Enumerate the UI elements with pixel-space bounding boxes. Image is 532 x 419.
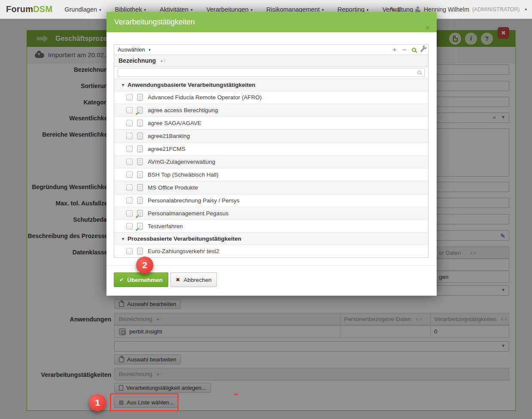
modal-title: Verarbeitungstätigkeiten bbox=[114, 18, 195, 26]
list-item[interactable]: agree SAGA/AGAVE bbox=[114, 116, 428, 129]
item-checkbox[interactable] bbox=[126, 171, 133, 178]
annotation-step-2: 2 bbox=[136, 257, 153, 274]
collapse-caret-icon: ▾ bbox=[122, 236, 124, 241]
document-checked-icon bbox=[137, 210, 143, 217]
document-icon bbox=[137, 119, 143, 127]
item-label: agree SAGA/AGAVE bbox=[148, 120, 201, 126]
panel-toolbar: Auswählen ▾ + − bbox=[114, 45, 428, 55]
list-item[interactable]: Testverfahren bbox=[114, 220, 428, 232]
logo-accent: DSM bbox=[33, 4, 52, 14]
footer-divider bbox=[106, 265, 437, 266]
chevron-down-icon: ▾ bbox=[99, 8, 101, 12]
chevron-down-icon: ▾ bbox=[251, 8, 253, 12]
app-logo[interactable]: ForumDSM bbox=[6, 4, 52, 14]
document-icon bbox=[137, 197, 143, 204]
modal-column-header[interactable]: Bezeichnung ▲▽ bbox=[114, 55, 428, 67]
list-item[interactable]: agree21FCMS bbox=[114, 142, 428, 155]
check-icon: ✔ bbox=[119, 277, 124, 283]
logo-primary: Forum bbox=[6, 4, 33, 14]
chevron-down-icon: ▾ bbox=[149, 48, 151, 52]
selection-panel: Auswählen ▾ + − Bezeichnung ▲▽ ▾Anwendun… bbox=[114, 44, 429, 258]
filter-row bbox=[114, 67, 428, 79]
item-label: agree21Banking bbox=[148, 133, 190, 139]
uebernehmen-button[interactable]: ✔ Übernehmen bbox=[114, 272, 168, 287]
list-item[interactable]: AVmG-Zulagenverwaltung bbox=[114, 155, 428, 168]
wrench-icon[interactable] bbox=[420, 47, 425, 52]
document-icon bbox=[137, 145, 143, 153]
item-label: AVmG-Zulagenverwaltung bbox=[148, 159, 215, 165]
list-item[interactable]: agree access Berechtigung bbox=[114, 104, 428, 116]
abbrechen-button[interactable]: ✖ Abbrechen bbox=[170, 272, 217, 287]
auswaehlen-dropdown[interactable]: Auswählen ▾ bbox=[118, 46, 151, 53]
list-item[interactable]: Advanced Fiducia Remote Operator (AFRO) bbox=[114, 91, 428, 104]
sort-arrows-icon[interactable]: ▲▽ bbox=[160, 59, 166, 63]
group-label: Prozessbasierte Verarbeitungstätigkeiten bbox=[128, 235, 241, 242]
filter-input[interactable] bbox=[118, 68, 425, 77]
item-label: BSH Top (Schwäbisch Hall) bbox=[148, 171, 219, 178]
collapse-caret-icon: ▾ bbox=[122, 83, 124, 87]
item-checkbox[interactable] bbox=[126, 146, 133, 152]
item-checkbox[interactable] bbox=[126, 133, 133, 139]
list-item[interactable]: Personalabrechnung Paisy / Persys bbox=[114, 194, 428, 207]
chevron-down-icon: ▾ bbox=[144, 8, 146, 12]
group-header-2[interactable]: ▾Prozessbasierte Verarbeitungstätigkeite… bbox=[114, 232, 428, 245]
annotation-red-mark bbox=[234, 394, 238, 395]
list-item[interactable]: agree21Banking bbox=[114, 129, 428, 142]
item-label: Personalabrechnung Paisy / Persys bbox=[148, 197, 240, 204]
search-icon[interactable] bbox=[412, 48, 416, 52]
item-checkbox[interactable] bbox=[126, 159, 133, 165]
nav-item-label: Grundlagen bbox=[64, 6, 97, 13]
user-icon bbox=[415, 6, 421, 12]
item-checkbox[interactable] bbox=[126, 107, 133, 113]
modal-item-list: ▾Anwendungsbasierte Verarbeitungstätigke… bbox=[114, 79, 428, 257]
document-icon bbox=[137, 132, 143, 140]
item-label: agree access Berechtigung bbox=[148, 107, 218, 113]
item-checkbox[interactable] bbox=[126, 197, 133, 204]
search-icon bbox=[417, 70, 421, 74]
item-checkbox[interactable] bbox=[126, 223, 133, 229]
item-label: MS Office Produkte bbox=[148, 184, 198, 191]
group-header-1[interactable]: ▾Anwendungsbasierte Verarbeitungstätigke… bbox=[114, 79, 428, 91]
remove-icon[interactable]: − bbox=[402, 46, 406, 53]
item-checkbox[interactable] bbox=[126, 120, 133, 126]
list-item[interactable]: BSH Top (Schwäbisch Hall) bbox=[114, 168, 428, 181]
item-checkbox[interactable] bbox=[126, 184, 133, 191]
item-label: Personalmanagement Pegasus bbox=[148, 210, 228, 217]
screen: ForumDSM Grundlagen▾Bibliothek▾Aktivität… bbox=[0, 0, 532, 419]
document-icon bbox=[137, 94, 143, 101]
chevron-down-icon: ▾ bbox=[367, 8, 369, 12]
document-icon bbox=[137, 158, 143, 165]
item-checkbox[interactable] bbox=[126, 210, 133, 217]
cross-icon: ✖ bbox=[176, 277, 180, 283]
list-item[interactable]: MS Office Produkte bbox=[114, 181, 428, 194]
chevron-down-icon: ▾ bbox=[525, 7, 527, 12]
chevron-down-icon: ▾ bbox=[322, 8, 324, 12]
item-label: Euro-Zahlungsverkehr test2 bbox=[148, 248, 219, 254]
item-label: agree21FCMS bbox=[148, 146, 185, 152]
document-checked-icon bbox=[137, 223, 143, 230]
add-icon[interactable]: + bbox=[392, 46, 396, 53]
chevron-down-icon: ▾ bbox=[191, 8, 193, 12]
document-icon bbox=[137, 171, 143, 178]
user-role: (ADMINISTRATOR) bbox=[472, 6, 520, 12]
item-checkbox[interactable] bbox=[126, 94, 133, 101]
nav-item-grundlagen[interactable]: Grundlagen▾ bbox=[64, 6, 101, 13]
item-checkbox[interactable] bbox=[126, 248, 133, 254]
group-label: Anwendungsbasierte Verarbeitungstätigkei… bbox=[128, 82, 255, 88]
annotation-highlight-box bbox=[110, 393, 179, 411]
modal-header: Verarbeitungstätigkeiten × bbox=[106, 12, 437, 32]
item-label: Testverfahren bbox=[148, 223, 183, 229]
list-item[interactable]: Personalmanagement Pegasus bbox=[114, 207, 428, 220]
list-item[interactable]: Euro-Zahlungsverkehr test2 bbox=[114, 245, 428, 257]
document-checked-icon bbox=[137, 107, 143, 114]
verarbeitungen-modal: Verarbeitungstätigkeiten × Auswählen ▾ +… bbox=[106, 12, 437, 296]
item-label: Advanced Fiducia Remote Operator (AFRO) bbox=[148, 94, 262, 101]
modal-close-icon[interactable]: × bbox=[426, 18, 430, 38]
document-icon bbox=[137, 248, 143, 255]
document-icon bbox=[137, 184, 143, 191]
annotation-step-1: 1 bbox=[89, 394, 106, 411]
